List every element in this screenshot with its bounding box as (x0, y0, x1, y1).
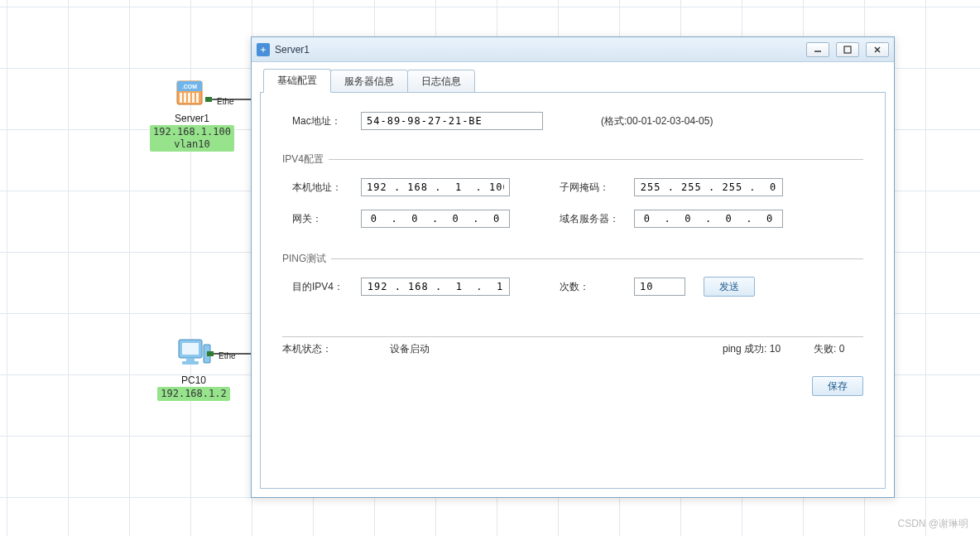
subnet-mask-input[interactable] (634, 178, 783, 196)
dialog-tabs: 基础配置 服务器信息 日志信息 (263, 69, 886, 93)
tab-basic-config[interactable]: 基础配置 (263, 69, 331, 93)
svg-rect-19 (844, 46, 851, 53)
close-button[interactable] (866, 42, 889, 57)
panel-basic-config: Mac地址： (格式:00-01-02-03-04-05) IPV4配置 本机地… (260, 92, 886, 489)
device-server1[interactable]: .COM Server1 192.168.1.100 vlan10 (144, 75, 240, 152)
subnet-mask-label: 子网掩码： (560, 181, 634, 195)
svg-rect-4 (184, 93, 186, 103)
svg-rect-6 (192, 93, 195, 103)
svg-rect-3 (180, 93, 182, 103)
ping-count-label: 次数： (560, 280, 634, 294)
watermark: CSDN @谢琳明 (897, 517, 968, 531)
mac-label: Mac地址： (282, 114, 361, 128)
link-server1 (205, 96, 255, 103)
device-pc10[interactable]: PC10 192.168.1.2 (146, 336, 242, 401)
mac-input[interactable] (361, 112, 543, 130)
svg-rect-8 (205, 97, 212, 102)
local-ip-input[interactable] (361, 178, 510, 196)
ping-count-input[interactable] (634, 278, 685, 296)
status-value: 设备启动 (390, 342, 723, 356)
save-button[interactable]: 保存 (812, 376, 863, 396)
ping-fail: 失败: 0 (814, 342, 863, 356)
ping-target-input[interactable] (361, 278, 510, 296)
ping-target-label: 目的IPV4： (282, 280, 361, 294)
dialog-titlebar[interactable]: Server1 (252, 37, 894, 62)
device-pc10-label: PC10 (146, 374, 242, 386)
mac-hint: (格式:00-01-02-03-04-05) (601, 114, 713, 128)
local-ip-label: 本机地址： (282, 181, 361, 195)
tab-log-info[interactable]: 日志信息 (407, 70, 475, 94)
dialog-title: Server1 (275, 44, 310, 56)
gateway-input[interactable] (361, 210, 510, 228)
group-ipv4: IPV4配置 (282, 151, 863, 167)
svg-text:.COM: .COM (182, 84, 197, 89)
svg-rect-13 (182, 361, 199, 365)
svg-rect-12 (186, 358, 195, 361)
device-pc10-info: 192.168.1.2 (157, 387, 229, 401)
dns-label: 域名服务器： (560, 212, 634, 226)
group-ping: PING测试 (282, 250, 863, 267)
maximize-button[interactable] (836, 42, 859, 57)
server-icon: .COM (172, 75, 212, 111)
gateway-label: 网关： (282, 212, 361, 226)
server1-config-dialog: Server1 基础配置 服务器信息 日志信息 Mac地址： (格式:00-01… (251, 36, 895, 498)
ping-success: ping 成功: 10 (723, 342, 814, 356)
svg-rect-7 (196, 93, 199, 103)
svg-rect-11 (182, 343, 199, 355)
ping-send-button[interactable]: 发送 (704, 277, 755, 297)
device-server1-label: Server1 (144, 113, 240, 124)
svg-rect-5 (188, 93, 190, 103)
status-label: 本机状态： (282, 342, 390, 356)
svg-rect-15 (207, 351, 214, 356)
dns-input[interactable] (634, 210, 783, 228)
tab-server-info[interactable]: 服务器信息 (330, 70, 408, 94)
app-icon (257, 43, 270, 56)
minimize-button[interactable] (806, 42, 829, 57)
device-server1-info: 192.168.1.100 vlan10 (150, 125, 234, 152)
link-pc10 (207, 350, 257, 357)
